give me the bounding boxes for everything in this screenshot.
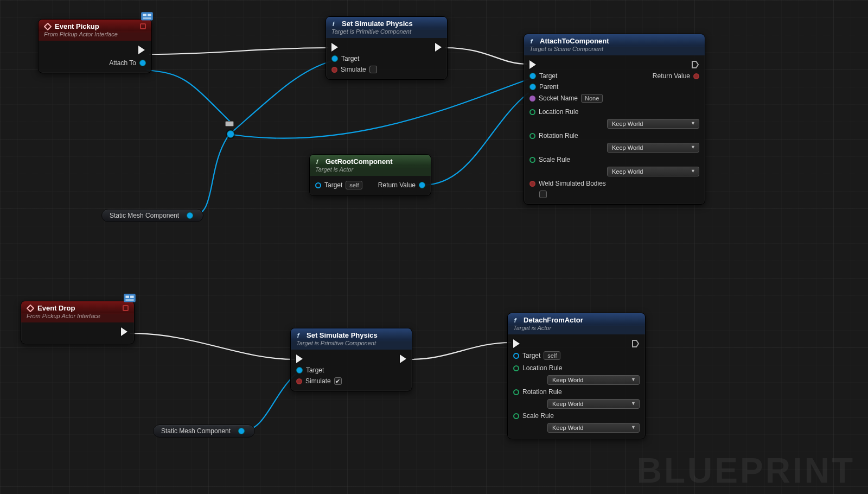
exec-in-pin[interactable] (529, 60, 536, 69)
function-icon: f (296, 332, 303, 339)
reroute-node[interactable] (227, 130, 234, 138)
node-attach-to-component[interactable]: f AttachToComponent Target is Scene Comp… (524, 34, 705, 205)
pin-target[interactable] (529, 73, 536, 79)
checkbox-simulate[interactable] (334, 377, 342, 385)
dropdown-location-rule[interactable]: Keep World (607, 119, 699, 129)
node-title-text: Event Pickup (55, 22, 99, 30)
node-set-simulate-physics-2[interactable]: f Set Simulate Physics Target is Primiti… (290, 328, 412, 391)
pin-scale-rule[interactable] (513, 413, 519, 419)
checkbox-simulate[interactable] (369, 66, 377, 73)
event-icon (44, 23, 52, 30)
pin-label-simulate: Simulate (341, 66, 366, 73)
dropdown-location-rule[interactable]: Keep World (547, 375, 640, 385)
exec-in-pin[interactable] (331, 43, 338, 52)
svg-rect-3 (143, 17, 151, 19)
node-subtitle: Target is Scene Component (524, 46, 705, 55)
pin-label-parent: Parent (539, 83, 558, 91)
pin-location-rule[interactable] (529, 109, 535, 115)
svg-rect-8 (125, 296, 129, 298)
node-detach-from-actor[interactable]: f DetachFromActor Target is Actor Target… (507, 313, 646, 439)
node-event-pickup[interactable]: Event Pickup From Pickup Actor Interface… (38, 19, 152, 73)
function-icon: f (513, 316, 520, 324)
pin-return-value[interactable] (693, 73, 699, 79)
pin-scale-rule[interactable] (529, 157, 535, 163)
pin-socket-name[interactable] (529, 96, 535, 102)
node-set-simulate-physics-1[interactable]: f Set Simulate Physics Target is Primiti… (326, 16, 448, 80)
pin-label-simulate: Simulate (305, 377, 331, 385)
exec-in-pin[interactable] (513, 339, 520, 348)
dropdown-scale-rule[interactable]: Keep World (547, 423, 640, 433)
exec-out-pin[interactable] (691, 60, 699, 69)
pin-target[interactable] (315, 182, 321, 188)
dropdown-scale-rule[interactable]: Keep World (607, 167, 699, 176)
data-out-pin-attach-to[interactable] (139, 60, 146, 66)
dropdown-rotation-rule[interactable]: Keep World (547, 399, 640, 409)
node-subtitle: Target is Actor (508, 325, 645, 334)
pin-label-location-rule: Location Rule (522, 364, 562, 372)
pin-weld[interactable] (529, 181, 535, 187)
svg-rect-10 (125, 299, 133, 301)
reroute-marker[interactable] (225, 121, 234, 126)
pin-label-scale-rule: Scale Rule (522, 412, 554, 420)
node-subtitle: Target is Primitive Component (291, 340, 412, 350)
pin-label-return: Return Value (378, 181, 416, 189)
svg-rect-1 (143, 14, 146, 16)
pin-rotation-rule[interactable] (513, 389, 519, 395)
blueprint-graph-canvas[interactable]: Event Pickup From Pickup Actor Interface… (0, 0, 868, 494)
checkbox-weld[interactable] (539, 191, 547, 198)
pin-label-attach-to: Attach To (109, 59, 136, 67)
node-subtitle: Target is Primitive Component (326, 28, 447, 38)
interface-badge-icon (139, 10, 155, 24)
node-title-text: Set Simulate Physics (342, 20, 413, 28)
pin-label-scale-rule: Scale Rule (539, 156, 570, 163)
watermark-text: BLUEPRINT (637, 451, 855, 491)
svg-rect-2 (148, 14, 151, 16)
exec-in-pin[interactable] (296, 354, 303, 363)
pin-parent[interactable] (529, 84, 536, 90)
node-subtitle: From Pickup Actor Interface (21, 313, 134, 322)
exec-out-pin[interactable] (121, 327, 127, 336)
exec-out-pin[interactable] (400, 354, 406, 363)
data-out-pin[interactable] (187, 212, 193, 219)
exec-out-pin[interactable] (631, 339, 640, 348)
pin-target[interactable] (513, 353, 519, 359)
function-icon: f (529, 37, 537, 45)
dropdown-rotation-rule[interactable]: Keep World (607, 143, 699, 153)
pin-rotation-rule[interactable] (529, 133, 535, 139)
node-get-root-component[interactable]: f GetRootComponent Target is Actor Targe… (309, 154, 431, 196)
delegate-pin[interactable] (140, 23, 146, 29)
pin-simulate[interactable] (296, 378, 302, 384)
function-icon: f (315, 158, 322, 165)
variable-label: Static Mesh Component (161, 427, 231, 435)
pin-target[interactable] (296, 367, 303, 373)
svg-rect-9 (130, 296, 134, 298)
pin-label-target: Target (306, 366, 324, 374)
pin-label-rotation-rule: Rotation Rule (539, 132, 578, 140)
variable-static-mesh-component-1[interactable]: Static Mesh Component (101, 209, 203, 222)
function-icon: f (331, 20, 339, 27)
input-target-self[interactable]: self (544, 351, 560, 360)
pin-return-value[interactable] (419, 182, 425, 188)
pin-location-rule[interactable] (513, 365, 519, 371)
delegate-pin[interactable] (123, 305, 129, 311)
input-socket-name[interactable]: None (581, 94, 603, 103)
pin-label-location-rule: Location Rule (539, 108, 578, 116)
node-event-drop[interactable]: Event Drop From Pickup Actor Interface (21, 301, 135, 344)
data-out-pin[interactable] (238, 428, 245, 434)
svg-text:f: f (514, 317, 517, 324)
pin-label-target: Target (539, 72, 557, 80)
input-target-self[interactable]: self (346, 181, 362, 189)
pin-target[interactable] (331, 55, 338, 62)
pin-simulate[interactable] (331, 67, 337, 73)
svg-text:f: f (316, 159, 319, 165)
node-title-text: GetRootComponent (326, 157, 392, 166)
exec-out-pin[interactable] (138, 46, 145, 54)
event-icon (27, 305, 34, 312)
node-title-text: DetachFromActor (524, 316, 583, 324)
node-title-text: Set Simulate Physics (307, 331, 378, 339)
pin-label-return: Return Value (653, 72, 690, 80)
variable-static-mesh-component-2[interactable]: Static Mesh Component (153, 425, 255, 438)
pin-label-rotation-rule: Rotation Rule (522, 388, 562, 396)
exec-out-pin[interactable] (435, 43, 442, 52)
pin-label-socket: Socket Name (539, 94, 578, 102)
